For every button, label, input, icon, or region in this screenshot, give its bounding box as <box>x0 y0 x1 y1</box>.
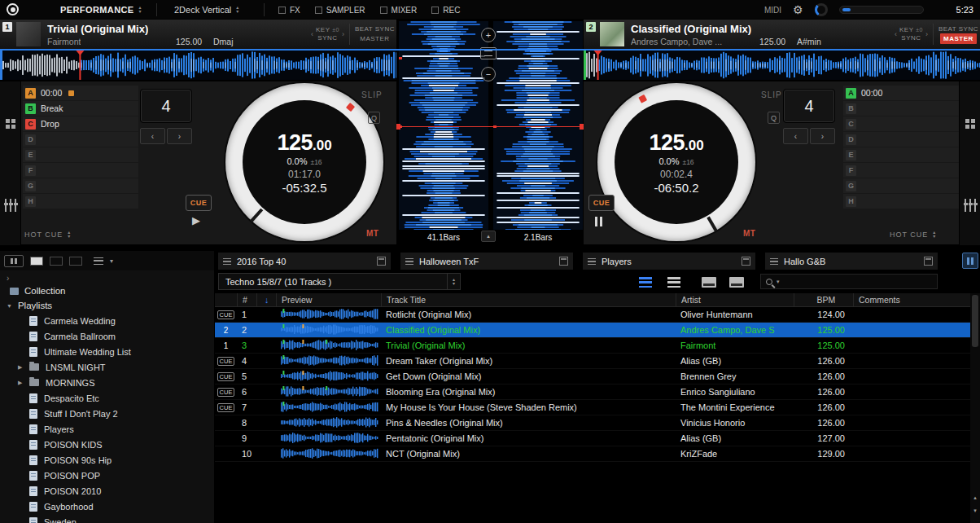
expand-triangle-icon[interactable]: ▶ <box>18 364 24 371</box>
hot-cue-f-button[interactable]: F <box>23 163 138 178</box>
master-tempo-label[interactable]: MT <box>366 229 378 238</box>
key-down-chevron[interactable]: ‹ <box>311 30 313 38</box>
sidebar-item-collection[interactable]: Collection <box>0 283 215 298</box>
sidebar-item-playlists[interactable]: ▼ Playlists <box>0 298 215 313</box>
key-down-chevron[interactable]: ‹ <box>895 30 897 38</box>
track-row[interactable]: 8Pins & Needles (Original Mix)Vinicius H… <box>215 415 970 431</box>
preview-waveform[interactable] <box>281 309 380 321</box>
beat-sync-button[interactable]: BEAT SYNC MASTER <box>355 24 395 44</box>
scrollbar-thumb[interactable] <box>972 295 978 347</box>
playlist-tab[interactable]: 2016 Top 40 <box>218 253 391 270</box>
cue-button[interactable]: CUE <box>588 195 615 211</box>
sidebar-playlist-item[interactable]: POISON POP <box>0 468 215 483</box>
sidebar-playlist-item[interactable]: Stuff I Don't Play 2 <box>0 406 215 421</box>
deck-1-track-overview-waveform[interactable] <box>0 51 396 80</box>
view-list-compact-icon[interactable] <box>639 277 652 288</box>
color-swatch-dark-1[interactable] <box>50 257 63 266</box>
collapse-waveform-button[interactable]: ▴ <box>481 231 496 242</box>
quantize-label[interactable]: Q <box>368 112 380 124</box>
scroll-down-icon[interactable]: ▾ <box>970 505 980 516</box>
search-filter-chevron-icon[interactable]: ▾ <box>777 279 780 285</box>
sidebar-playlist-item[interactable]: Despacito Etc <box>0 390 215 406</box>
hot-cue-bank-selector[interactable]: HOT CUE ▴▾ <box>890 231 935 239</box>
playlist-tab[interactable]: Hallo G&B <box>765 253 938 270</box>
sidebar-playlist-item[interactable]: Gayborhood <box>0 499 215 514</box>
key-up-chevron[interactable]: › <box>342 30 344 38</box>
expand-triangle-icon[interactable]: ▶ <box>18 380 24 386</box>
sidebar-playlist-item[interactable]: Sweden <box>0 514 215 523</box>
spinner-arrows-icon[interactable]: ▴▾ <box>447 274 460 289</box>
slip-label[interactable]: SLIP <box>361 90 383 99</box>
zoom-out-button[interactable]: − <box>481 67 496 81</box>
toggle-fx[interactable]: FX <box>278 6 300 15</box>
preview-waveform[interactable] <box>281 355 380 367</box>
toggle-mixer[interactable]: MIXER <box>380 6 418 15</box>
sidebar-playlist-item[interactable]: Carmela Ballroom <box>0 328 215 344</box>
track-row[interactable]: CUE6Blooming Era (Original Mix)Enrico Sa… <box>215 385 970 400</box>
hot-cue-b-button[interactable]: B <box>843 101 959 116</box>
sidebar-collapse-arrow[interactable]: › <box>7 274 9 283</box>
pause-button[interactable] <box>595 217 602 226</box>
track-row[interactable]: 22Classified (Original Mix)Andres Campo,… <box>215 323 970 338</box>
column-bpm[interactable]: BPM <box>794 293 853 306</box>
toggle-sampler[interactable]: SAMPLER <box>315 6 365 15</box>
sidebar-playlist-item[interactable]: POISON 90s Hip <box>0 452 215 468</box>
key-sync-button[interactable]: KEY ±0 SYNC <box>316 26 339 42</box>
sidebar-playlist-item[interactable]: Carmela Wedding <box>0 313 215 328</box>
hot-cue-e-button[interactable]: E <box>843 147 959 162</box>
tab-panel-icon[interactable] <box>924 257 933 266</box>
jog-wheel[interactable]: 125.00 0.0%±16 00:02.4 -06:50.2 <box>597 83 755 241</box>
master-button[interactable]: MASTER <box>940 33 977 44</box>
mixer-faders-icon[interactable] <box>5 199 16 212</box>
track-list-scrollbar[interactable]: ▴ ▾ <box>970 293 980 523</box>
mixer-faders-icon[interactable] <box>965 199 976 212</box>
column-artist[interactable]: Artist <box>676 293 794 306</box>
hot-cue-d-button[interactable]: D <box>843 132 959 147</box>
sidebar-playlist-item[interactable]: POISON 2010 <box>0 483 215 499</box>
sidebar-playlist-item[interactable]: POISON KIDS <box>0 437 215 452</box>
beat-jump-forward-button[interactable]: › <box>167 128 192 144</box>
search-input[interactable] <box>784 277 932 287</box>
tab-panel-icon[interactable] <box>742 257 750 266</box>
track-row[interactable]: CUE7My House Is Your House (Steve Shaden… <box>215 400 970 415</box>
color-swatch-dark-2[interactable] <box>69 257 82 266</box>
view-keyboard-icon[interactable] <box>729 277 744 288</box>
track-row[interactable]: CUE4Dream Taker (Original Mix)Alias (GB)… <box>215 354 970 369</box>
tag-filter-icon[interactable] <box>4 255 24 267</box>
pads-grid-icon[interactable] <box>965 119 975 129</box>
track-row[interactable]: CUE5Get Down (Original Mix)Brennen Grey1… <box>215 369 970 385</box>
hot-cue-h-button[interactable]: H <box>23 194 138 209</box>
beat-jump-back-button[interactable]: ‹ <box>783 128 808 144</box>
beat-sync-button[interactable]: BEAT SYNC MASTER <box>938 24 978 44</box>
sidebar-folder-item[interactable]: ▶MORNINGS <box>0 375 215 390</box>
hot-cue-c-button[interactable]: CDrop <box>23 116 138 131</box>
sidebar-playlist-item[interactable]: Players <box>0 421 215 437</box>
playlist-dropdown[interactable]: Techno 15/8/7 (10 Tracks ) ▴▾ <box>218 273 461 290</box>
beat-jump-back-button[interactable]: ‹ <box>140 128 165 144</box>
hot-cue-g-button[interactable]: G <box>843 178 959 193</box>
master-tempo-label[interactable]: MT <box>743 229 755 238</box>
quantize-label[interactable]: Q <box>768 112 780 124</box>
preview-waveform[interactable] <box>281 371 380 383</box>
column-track-title[interactable]: Track Title <box>381 293 676 306</box>
key-sync-button[interactable]: KEY ±0 SYNC <box>899 26 923 42</box>
chevron-down-icon[interactable]: ▾ <box>110 257 113 265</box>
list-menu-icon[interactable] <box>94 257 103 265</box>
column-comments[interactable]: Comments <box>853 293 970 306</box>
preview-waveform[interactable] <box>281 448 380 460</box>
tab-panel-icon[interactable] <box>559 257 568 266</box>
zoom-in-button[interactable]: + <box>481 28 496 42</box>
cue-button[interactable]: CUE <box>186 195 212 211</box>
key-up-chevron[interactable]: › <box>925 30 928 38</box>
deck-1-vertical-waveform[interactable] <box>399 21 488 230</box>
mode-selector[interactable]: PERFORMANCE ▴▾ <box>60 0 142 20</box>
preview-waveform[interactable] <box>281 417 380 429</box>
slip-label[interactable]: SLIP <box>761 90 782 99</box>
hot-cue-h-button[interactable]: H <box>843 194 959 209</box>
settings-gear-icon[interactable]: ⚙ <box>793 4 803 15</box>
browser-panel-toggle-button[interactable] <box>962 253 978 269</box>
expanded-triangle-icon[interactable]: ▼ <box>7 303 12 309</box>
hot-cue-b-button[interactable]: BBreak <box>23 101 138 116</box>
beat-jump-forward-button[interactable]: › <box>810 128 835 144</box>
master-button[interactable]: MASTER <box>357 33 392 44</box>
